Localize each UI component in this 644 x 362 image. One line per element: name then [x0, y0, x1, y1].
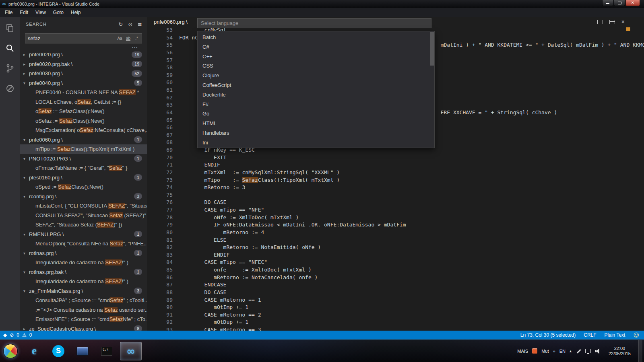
search-file-row[interactable]: ▾ptes0160.prg \1: [20, 173, 147, 183]
search-file-row[interactable]: ▾pnfe0060.prg \1: [20, 135, 147, 145]
menu-item-goto[interactable]: Goto: [50, 8, 67, 17]
warnings-icon[interactable]: ⚠: [22, 332, 27, 338]
code-line[interactable]: 79 IF oNFE:DataEmissao < mDatIni .OR. oN…: [147, 221, 644, 229]
close-editor-icon[interactable]: ×: [621, 20, 625, 24]
search-match-row[interactable]: MenuOption( "Consulta NFe na Sefaz", "PN…: [20, 239, 147, 249]
language-option-go[interactable]: Go: [198, 109, 434, 119]
code-line[interactable]: 87 ENDCASE: [147, 281, 644, 289]
search-file-row[interactable]: ▾RMENU.PRG \1: [20, 230, 147, 239]
search-input[interactable]: [25, 35, 116, 41]
search-match-row[interactable]: PNFE0040 - CONSULTAR NFE NA SEFAZ *: [20, 88, 147, 97]
search-file-row[interactable]: ▾rotinas.prg.bak \1: [20, 267, 147, 277]
search-match-row[interactable]: mListaConf, { "CLI CONSULTA SEFAZ", "Sit…: [20, 201, 147, 211]
network-icon[interactable]: [585, 349, 591, 353]
explorer-icon[interactable]: [4, 23, 16, 34]
split-editor-icon[interactable]: [597, 20, 603, 24]
start-button[interactable]: [3, 344, 18, 358]
language-option-f-[interactable]: F#: [198, 100, 434, 109]
code-line[interactable]: 89 CASE mRetorno == 1: [147, 296, 644, 304]
tray-mut-label[interactable]: Mut: [541, 349, 549, 354]
chevron-down-icon[interactable]: ▾: [23, 230, 25, 239]
editor-tab[interactable]: pnfe0060.prg \: [154, 17, 188, 27]
taskbar-skype-button[interactable]: S: [47, 342, 69, 360]
code-line[interactable]: 83 ENDIF: [147, 251, 644, 259]
language-indicator[interactable]: EN: [559, 349, 566, 354]
menu-item-help[interactable]: Help: [67, 8, 85, 17]
search-file-row[interactable]: ▾rconfig.prg \3: [20, 192, 147, 202]
code-line[interactable]: 88 DO CASE: [147, 289, 644, 296]
search-match-row[interactable]: LOCAL cChave, oSefaz, GetList := {}: [20, 97, 147, 107]
chevron-down-icon[interactable]: ▾: [23, 267, 25, 277]
search-file-row[interactable]: ▾ze_FrmMainClass.prg \3: [20, 286, 147, 296]
chevron-down-icon[interactable]: ▾: [23, 173, 25, 183]
search-match-row[interactable]: Irregularidade do cadastro na SEFAZ!" ): [20, 258, 147, 267]
search-file-row[interactable]: ▸pnfe0030.prg \52: [20, 69, 147, 78]
search-match-row[interactable]: oSped := SefazClass():New(): [20, 182, 147, 192]
search-match-row[interactable]: Irregularidade do cadastro na SEFAZ!" ): [20, 277, 147, 286]
language-option-dockerfile[interactable]: Dockerfile: [198, 90, 434, 100]
language-option-ini[interactable]: Ini: [198, 138, 434, 148]
code-line[interactable]: 84 CASE mTipo == "NFEC": [147, 259, 644, 266]
code-line[interactable]: 71 ENDIF: [147, 161, 644, 169]
quick-pick-scrollbar[interactable]: [430, 32, 434, 66]
debug-icon[interactable]: [4, 83, 16, 94]
search-match-row[interactable]: oSefaz := SefazClass():New(): [20, 107, 147, 116]
menu-item-view[interactable]: View: [32, 8, 50, 17]
search-file-row[interactable]: ▾PNOT0020.PRG \1: [20, 154, 147, 164]
code-line[interactable]: 70 EXIT: [147, 154, 644, 162]
minimize-button[interactable]: [602, 0, 613, 6]
search-match-row[interactable]: := "<J> Consulta cadastro na Sefaz usand…: [20, 305, 147, 315]
code-line[interactable]: 74 mRetorno := 3: [147, 184, 644, 191]
chevron-right-icon[interactable]: ▸: [23, 69, 25, 78]
code-line[interactable]: 90 mQtImp += 1: [147, 304, 644, 311]
clock[interactable]: 22:00 22/05/2015: [609, 346, 631, 356]
quick-pick-input[interactable]: [197, 18, 431, 28]
menu-item-edit[interactable]: Edit: [16, 8, 32, 17]
search-icon[interactable]: [4, 43, 16, 54]
language-option-css[interactable]: CSS: [198, 61, 434, 71]
code-line[interactable]: 75: [147, 191, 644, 199]
pen-input-icon[interactable]: [576, 348, 581, 354]
clear-results-icon[interactable]: ⊘: [128, 21, 132, 27]
menu-item-file[interactable]: File: [1, 8, 16, 17]
code-line[interactable]: 72 mTxtXml := cnMySqlXml:StringSql( "XXX…: [147, 169, 644, 177]
chevron-down-icon[interactable]: ▾: [23, 78, 25, 88]
language-option-coffeescript[interactable]: CoffeeScript: [198, 80, 434, 90]
code-line[interactable]: 82 mRetorno := NotaEmitida( oNfe ): [147, 244, 644, 251]
chevron-right-icon[interactable]: ▸: [23, 50, 25, 60]
chevron-down-icon[interactable]: ▾: [23, 286, 25, 296]
tray-more-label[interactable]: MAIS: [517, 349, 528, 354]
taskbar-app-button[interactable]: [72, 342, 93, 360]
language-option-batch[interactable]: Batch: [198, 33, 434, 42]
code-line[interactable]: 77 CASE mTipo == "NFE": [147, 206, 644, 214]
show-desktop-button[interactable]: [638, 340, 642, 362]
search-match-row[interactable]: oFrm:acTabName := { "Geral", "Sefaz" }: [20, 163, 147, 173]
regex-toggle[interactable]: .*: [133, 35, 140, 42]
git-branch-icon[interactable]: [4, 63, 16, 74]
code-line[interactable]: 92 mQtDup += 1: [147, 319, 644, 326]
toggle-search-details-button[interactable]: ···: [132, 45, 138, 50]
search-match-row[interactable]: mTipo := SefazClass():TipoXml( mTxtXml ): [20, 144, 147, 154]
eol-indicator[interactable]: CRLF: [584, 332, 596, 338]
code-line[interactable]: 86 mRetorno := NotaCancelada( onfe ): [147, 274, 644, 282]
language-option-handlebars[interactable]: Handlebars: [198, 128, 434, 138]
tray-alert-icon[interactable]: [532, 348, 537, 354]
code-line[interactable]: 73 mTipo := SefazClass():TipoXml( mTxtXm…: [147, 177, 644, 184]
code-line[interactable]: 76 DO CASE: [147, 199, 644, 206]
chevron-down-icon[interactable]: ▾: [23, 135, 25, 145]
code-line[interactable]: 93 CASE mRetorno == 3: [147, 326, 644, 331]
search-file-row[interactable]: ▾rotinas.prg \1: [20, 249, 147, 258]
chevron-right-icon[interactable]: ▸: [23, 60, 25, 69]
code-line[interactable]: 80 mRetorno := 4: [147, 229, 644, 237]
language-option-c-[interactable]: C++: [198, 52, 434, 62]
language-option-html[interactable]: HTML: [198, 119, 434, 128]
language-option-clojure[interactable]: Clojure: [198, 71, 434, 80]
taskbar-cmd-button[interactable]: C:\: [96, 342, 118, 360]
chevron-down-icon[interactable]: ▾: [23, 192, 25, 202]
tray-chevron[interactable]: »: [553, 349, 555, 354]
maximize-button[interactable]: [614, 0, 625, 6]
taskbar-ie-button[interactable]: e: [23, 342, 45, 360]
search-match-row[interactable]: ConsultaJPA" ; cSource := "cmdSefaz" ; c…: [20, 296, 147, 305]
code-line[interactable]: 85 onfe := XmlToDoc( mTxtXml ): [147, 266, 644, 274]
search-match-row[interactable]: oSefaz := SefazClass():New(): [20, 116, 147, 126]
